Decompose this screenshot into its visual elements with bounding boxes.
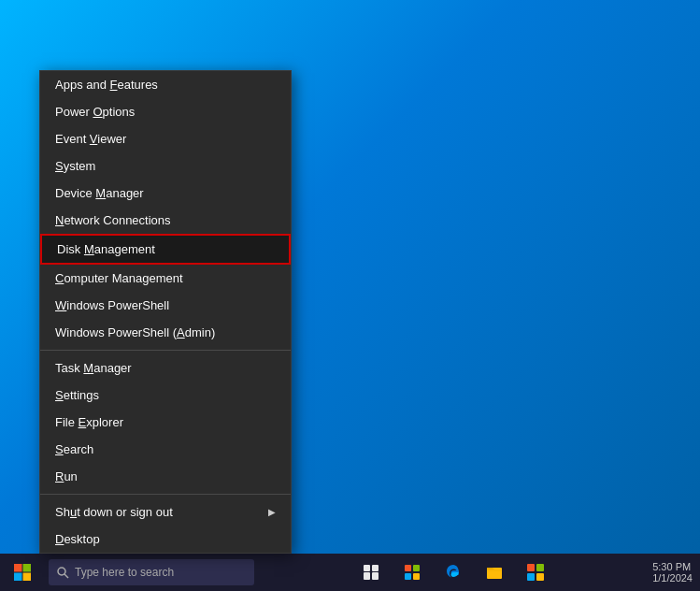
widgets-icon[interactable]	[393, 554, 431, 591]
svg-rect-17	[527, 573, 535, 581]
menu-item-search[interactable]: Search	[40, 436, 291, 463]
file-explorer-icon[interactable]	[476, 554, 513, 591]
svg-rect-18	[536, 573, 544, 581]
menu-item-windows-powershell-admin[interactable]: Windows PowerShell (Admin)	[40, 319, 291, 346]
edge-icon[interactable]	[435, 554, 472, 591]
submenu-arrow-icon: ▶	[268, 507, 276, 517]
menu-item-label: Search	[55, 442, 93, 456]
desktop: Apps and FeaturesPower OptionsEvent View…	[0, 0, 700, 591]
menu-item-label: Computer Management	[55, 271, 183, 285]
svg-point-4	[58, 568, 65, 575]
svg-rect-6	[364, 572, 370, 580]
menu-item-label: Windows PowerShell	[55, 298, 169, 312]
menu-item-label: Desktop	[55, 532, 100, 546]
menu-item-power-options[interactable]: Power Options	[40, 98, 291, 125]
svg-rect-8	[364, 565, 370, 571]
taskbar-center-icons	[254, 554, 652, 591]
svg-rect-15	[527, 564, 535, 571]
svg-rect-9	[372, 565, 379, 571]
menu-item-label: Power Options	[55, 105, 135, 119]
taskbar-search[interactable]: Type here to search	[49, 559, 254, 585]
menu-item-system[interactable]: System	[40, 152, 291, 180]
menu-item-label: Settings	[55, 388, 99, 402]
menu-item-label: Disk Management	[57, 242, 155, 256]
menu-item-settings[interactable]: Settings	[40, 382, 291, 409]
menu-item-desktop[interactable]: Desktop	[40, 526, 291, 553]
menu-divider	[40, 494, 291, 495]
context-menu: Apps and FeaturesPower OptionsEvent View…	[39, 70, 292, 554]
menu-item-computer-management[interactable]: Computer Management	[40, 265, 291, 292]
menu-item-run[interactable]: Run	[40, 463, 291, 490]
svg-rect-1	[23, 564, 32, 572]
menu-item-label: Task Manager	[55, 361, 132, 375]
svg-rect-0	[14, 564, 22, 572]
menu-item-label: File Explorer	[55, 415, 123, 429]
taskbar: Type here to search	[0, 554, 700, 591]
svg-line-5	[64, 574, 68, 578]
menu-item-label: Apps and Features	[55, 78, 158, 92]
svg-rect-7	[372, 572, 379, 580]
svg-rect-10	[405, 565, 411, 571]
menu-item-network-connections[interactable]: Network Connections	[40, 207, 291, 234]
svg-rect-12	[405, 573, 411, 580]
menu-item-label: Network Connections	[55, 213, 171, 227]
menu-item-shutdown-signout[interactable]: Shut down or sign out▶	[40, 498, 291, 526]
svg-rect-11	[413, 565, 420, 571]
menu-item-label: System	[55, 159, 95, 173]
menu-item-label: Run	[55, 469, 78, 483]
taskbar-search-text: Type here to search	[75, 566, 174, 579]
svg-rect-3	[23, 573, 32, 582]
ms-store-icon[interactable]	[517, 554, 554, 591]
menu-item-label: Device Manager	[55, 186, 144, 200]
start-button[interactable]	[0, 554, 45, 591]
menu-item-disk-management[interactable]: Disk Management	[40, 234, 291, 265]
menu-item-task-manager[interactable]: Task Manager	[40, 354, 291, 382]
svg-rect-13	[413, 573, 420, 580]
menu-item-apps-features[interactable]: Apps and Features	[40, 71, 291, 98]
svg-rect-2	[14, 573, 22, 582]
menu-item-event-viewer[interactable]: Event Viewer	[40, 125, 291, 152]
menu-item-label: Event Viewer	[55, 132, 126, 146]
menu-item-label: Shut down or sign out	[55, 505, 173, 519]
menu-item-label: Windows PowerShell (Admin)	[55, 325, 215, 339]
taskbar-right: 5:30 PM1/1/2024	[652, 561, 700, 584]
menu-divider	[40, 350, 291, 351]
menu-item-device-manager[interactable]: Device Manager	[40, 180, 291, 207]
menu-item-windows-powershell[interactable]: Windows PowerShell	[40, 292, 291, 319]
menu-item-file-explorer[interactable]: File Explorer	[40, 409, 291, 436]
system-clock: 5:30 PM1/1/2024	[652, 561, 693, 584]
svg-rect-16	[536, 564, 544, 571]
task-view-icon[interactable]	[352, 554, 390, 591]
